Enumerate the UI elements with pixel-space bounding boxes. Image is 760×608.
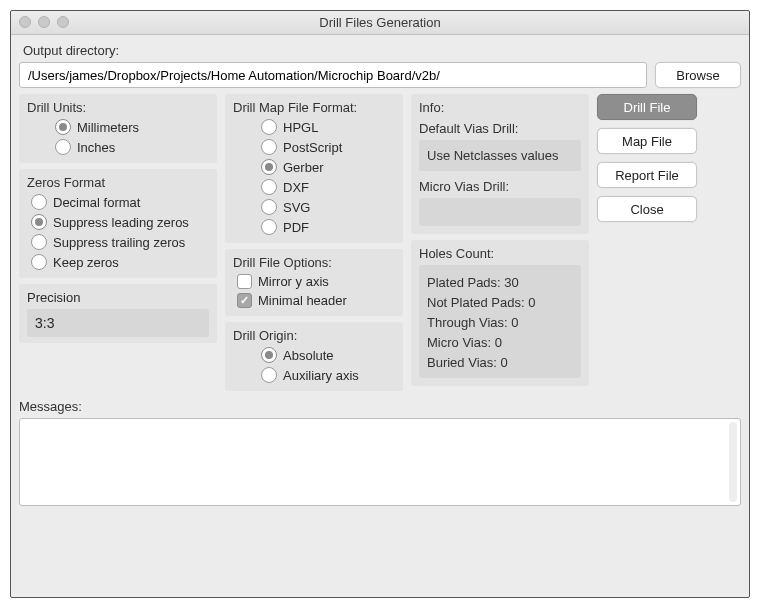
holes-plated: Plated Pads: 30 (427, 275, 573, 290)
units-millimeters-option[interactable]: Millimeters (31, 119, 209, 135)
radio-icon (261, 139, 277, 155)
map-format-group: Drill Map File Format: HPGL PostScript G… (225, 94, 403, 243)
holes-micro: Micro Vias: 0 (427, 335, 573, 350)
map-file-button[interactable]: Map File (597, 128, 697, 154)
zeros-format-title: Zeros Format (27, 175, 209, 190)
default-vias-value: Use Netclasses values (419, 140, 581, 171)
holes-not-plated: Not Plated Pads: 0 (427, 295, 573, 310)
close-button[interactable]: Close (597, 196, 697, 222)
checkbox-icon (237, 293, 252, 308)
zeros-decimal-label: Decimal format (53, 195, 140, 210)
origin-auxiliary-label: Auxiliary axis (283, 368, 359, 383)
radio-icon (31, 194, 47, 210)
zeros-decimal-option[interactable]: Decimal format (31, 194, 209, 210)
map-postscript-option[interactable]: PostScript (237, 139, 395, 155)
radio-icon (261, 367, 277, 383)
zeros-suppress-leading-label: Suppress leading zeros (53, 215, 189, 230)
radio-icon (31, 254, 47, 270)
holes-buried: Buried Vias: 0 (427, 355, 573, 370)
default-vias-label: Default Vias Drill: (419, 121, 581, 136)
map-dxf-option[interactable]: DXF (237, 179, 395, 195)
drill-units-group: Drill Units: Millimeters Inches (19, 94, 217, 163)
window-frame: Drill Files Generation Output directory:… (10, 10, 750, 598)
zeros-suppress-trailing-option[interactable]: Suppress trailing zeros (31, 234, 209, 250)
titlebar: Drill Files Generation (11, 11, 749, 35)
map-hpgl-label: HPGL (283, 120, 318, 135)
output-directory-label: Output directory: (23, 43, 739, 58)
micro-vias-value (419, 198, 581, 226)
checkbox-icon (237, 274, 252, 289)
map-gerber-option[interactable]: Gerber (237, 159, 395, 175)
zeros-format-group: Zeros Format Decimal format Suppress lea… (19, 169, 217, 278)
map-gerber-label: Gerber (283, 160, 323, 175)
mirror-y-axis-label: Mirror y axis (258, 274, 329, 289)
info-title: Info: (419, 100, 581, 115)
minimal-header-checkbox[interactable]: Minimal header (237, 293, 395, 308)
file-options-title: Drill File Options: (233, 255, 395, 270)
micro-vias-label: Micro Vias Drill: (419, 179, 581, 194)
map-hpgl-option[interactable]: HPGL (237, 119, 395, 135)
minimal-header-label: Minimal header (258, 293, 347, 308)
radio-icon (261, 347, 277, 363)
units-inches-label: Inches (77, 140, 115, 155)
browse-button[interactable]: Browse (655, 62, 741, 88)
mirror-y-axis-checkbox[interactable]: Mirror y axis (237, 274, 395, 289)
window-controls (19, 16, 69, 28)
map-svg-label: SVG (283, 200, 310, 215)
radio-icon (261, 119, 277, 135)
radio-icon (55, 119, 71, 135)
info-group: Info: Default Vias Drill: Use Netclasses… (411, 94, 589, 234)
map-pdf-option[interactable]: PDF (237, 219, 395, 235)
radio-icon (31, 234, 47, 250)
drill-file-button[interactable]: Drill File (597, 94, 697, 120)
minimize-dot-icon[interactable] (38, 16, 50, 28)
radio-icon (55, 139, 71, 155)
drill-units-title: Drill Units: (27, 100, 209, 115)
map-pdf-label: PDF (283, 220, 309, 235)
close-dot-icon[interactable] (19, 16, 31, 28)
messages-title: Messages: (19, 399, 741, 414)
units-inches-option[interactable]: Inches (31, 139, 209, 155)
origin-auxiliary-option[interactable]: Auxiliary axis (237, 367, 395, 383)
drill-origin-title: Drill Origin: (233, 328, 395, 343)
radio-icon (261, 199, 277, 215)
zeros-suppress-trailing-label: Suppress trailing zeros (53, 235, 185, 250)
radio-icon (261, 219, 277, 235)
precision-group: Precision 3:3 (19, 284, 217, 343)
window-title: Drill Files Generation (319, 15, 440, 30)
map-svg-option[interactable]: SVG (237, 199, 395, 215)
radio-icon (31, 214, 47, 230)
messages-section: Messages: (19, 399, 741, 506)
report-file-button[interactable]: Report File (597, 162, 697, 188)
map-format-title: Drill Map File Format: (233, 100, 395, 115)
zeros-suppress-leading-option[interactable]: Suppress leading zeros (31, 214, 209, 230)
file-options-group: Drill File Options: Mirror y axis Minima… (225, 249, 403, 316)
map-dxf-label: DXF (283, 180, 309, 195)
radio-icon (261, 159, 277, 175)
origin-absolute-option[interactable]: Absolute (237, 347, 395, 363)
origin-absolute-label: Absolute (283, 348, 334, 363)
holes-count-group: Holes Count: Plated Pads: 30 Not Plated … (411, 240, 589, 386)
zeros-keep-label: Keep zeros (53, 255, 119, 270)
output-directory-input[interactable] (19, 62, 647, 88)
units-millimeters-label: Millimeters (77, 120, 139, 135)
holes-count-title: Holes Count: (419, 246, 581, 261)
action-buttons: Drill File Map File Report File Close (597, 94, 697, 222)
precision-value: 3:3 (27, 309, 209, 337)
radio-icon (261, 179, 277, 195)
holes-through: Through Vias: 0 (427, 315, 573, 330)
zoom-dot-icon[interactable] (57, 16, 69, 28)
map-postscript-label: PostScript (283, 140, 342, 155)
zeros-keep-option[interactable]: Keep zeros (31, 254, 209, 270)
precision-title: Precision (27, 290, 209, 305)
messages-box[interactable] (19, 418, 741, 506)
drill-origin-group: Drill Origin: Absolute Auxiliary axis (225, 322, 403, 391)
